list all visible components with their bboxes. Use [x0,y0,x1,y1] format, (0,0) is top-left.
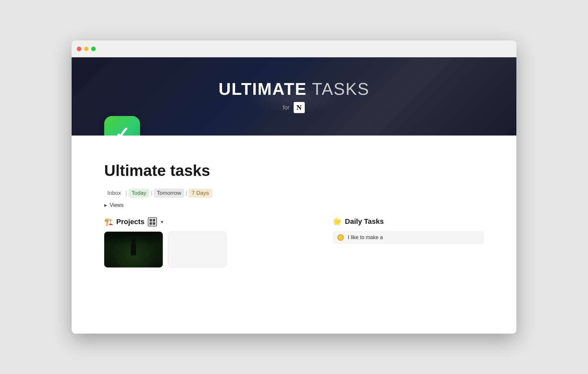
title-bar [72,40,516,57]
chevron-down-icon[interactable]: ▾ [161,219,163,224]
person-silhouette-icon [131,242,136,255]
daily-tasks-header: 🌟 Daily Tasks [333,217,484,226]
project-card-image-1 [104,232,163,267]
traffic-lights [77,47,96,51]
sections-row: 🏗️ Projects ▾ [104,217,484,267]
projects-icon: 🏗️ [104,218,113,226]
project-card-2[interactable] [168,232,227,267]
projects-title: Projects [116,218,145,226]
views-arrow-icon: ▶ [104,203,107,208]
projects-section: 🏗️ Projects ▾ [104,217,320,267]
grid-view-icon[interactable] [148,217,157,226]
filter-7days[interactable]: 7 Days [189,189,212,198]
app-icon-container: ✓ [104,116,140,136]
hero-title: ULTIMATE TASKS for N [218,79,369,114]
app-window: ULTIMATE TASKS for N ✓ Ultimate tasks In… [72,40,516,334]
filter-today[interactable]: Today [128,189,149,198]
app-icon: ✓ [104,116,140,136]
hero-subtitle: for N [218,101,369,114]
task-circle-icon [337,234,344,241]
task-text: I like to make a [348,235,383,240]
project-card-1[interactable] [104,232,163,267]
title-light: TASKS [307,79,369,98]
daily-task-item[interactable]: I like to make a [333,231,484,244]
page-title: Ultimate tasks [104,162,484,180]
filter-bar: Inbox | Today | Tomorrow | 7 Days [104,189,484,198]
filter-inbox[interactable]: Inbox [104,189,124,198]
project-cards [104,232,320,267]
daily-tasks-icon: 🌟 [333,217,342,226]
views-toggle[interactable]: ▶ Views [104,202,484,208]
notion-icon: N [293,101,305,114]
subtitle-for: for [283,104,289,111]
title-bold: ULTIMATE [218,79,307,98]
page-content: Ultimate tasks Inbox | Today | Tomorrow … [72,136,516,267]
hero-banner: ULTIMATE TASKS for N ✓ [72,57,516,136]
checkmark-icon: ✓ [115,125,130,136]
views-label: Views [110,202,123,208]
daily-tasks-title: Daily Tasks [345,217,384,226]
projects-section-header: 🏗️ Projects ▾ [104,217,320,226]
close-button[interactable] [77,47,81,51]
filter-tomorrow[interactable]: Tomorrow [154,189,185,198]
daily-tasks-section: 🌟 Daily Tasks I like to make a [333,217,484,244]
minimize-button[interactable] [84,47,89,51]
fullscreen-button[interactable] [91,47,96,51]
hero-title-text: ULTIMATE TASKS [218,79,369,99]
